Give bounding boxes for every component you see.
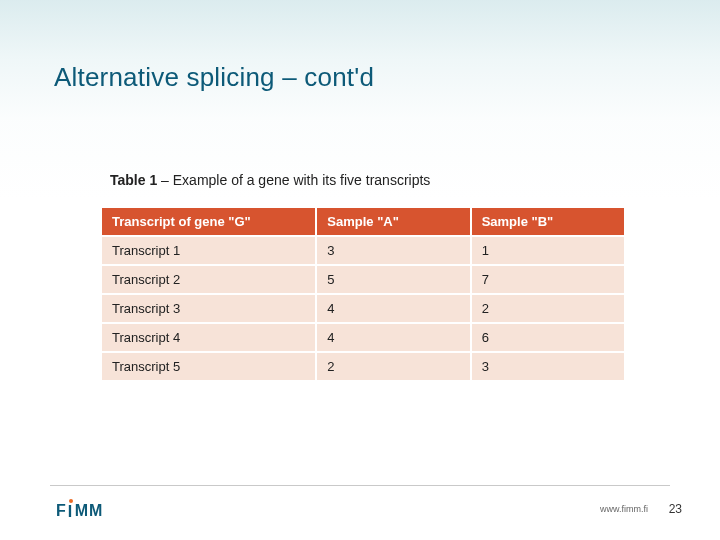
cell-sample-b: 3 (471, 352, 625, 381)
table-row: Transcript 2 5 7 (101, 265, 625, 294)
cell-sample-a: 4 (316, 323, 470, 352)
cell-sample-a: 2 (316, 352, 470, 381)
table-row: Transcript 5 2 3 (101, 352, 625, 381)
page-number: 23 (669, 502, 682, 516)
cell-transcript: Transcript 3 (101, 294, 316, 323)
th-gene: Transcript of gene "G" (101, 207, 316, 236)
table-row: Transcript 4 4 6 (101, 323, 625, 352)
th-sample-a: Sample "A" (316, 207, 470, 236)
cell-transcript: Transcript 1 (101, 236, 316, 265)
transcripts-table: Transcript of gene "G" Sample "A" Sample… (100, 206, 626, 382)
footer-url: www.fimm.fi (600, 504, 648, 514)
cell-sample-b: 7 (471, 265, 625, 294)
th-sample-b: Sample "B" (471, 207, 625, 236)
table-caption: Table 1 – Example of a gene with its fiv… (110, 172, 430, 188)
caption-rest: – Example of a gene with its five transc… (157, 172, 430, 188)
cell-sample-a: 5 (316, 265, 470, 294)
logo-letters-mm: MM (75, 502, 104, 520)
cell-sample-b: 6 (471, 323, 625, 352)
cell-transcript: Transcript 5 (101, 352, 316, 381)
logo-dot-icon (68, 506, 74, 516)
table-row: Transcript 3 4 2 (101, 294, 625, 323)
cell-sample-b: 1 (471, 236, 625, 265)
cell-sample-a: 3 (316, 236, 470, 265)
table-header-row: Transcript of gene "G" Sample "A" Sample… (101, 207, 625, 236)
cell-sample-a: 4 (316, 294, 470, 323)
slide: Alternative splicing – cont'd Table 1 – … (0, 0, 720, 540)
caption-bold: Table 1 (110, 172, 157, 188)
cell-transcript: Transcript 4 (101, 323, 316, 352)
slide-title: Alternative splicing – cont'd (54, 62, 374, 93)
footer-divider (50, 485, 670, 486)
table-row: Transcript 1 3 1 (101, 236, 625, 265)
cell-transcript: Transcript 2 (101, 265, 316, 294)
background-gradient (0, 0, 720, 200)
cell-sample-b: 2 (471, 294, 625, 323)
logo-letter-f: F (56, 502, 67, 520)
fimm-logo: FMM (56, 502, 103, 520)
